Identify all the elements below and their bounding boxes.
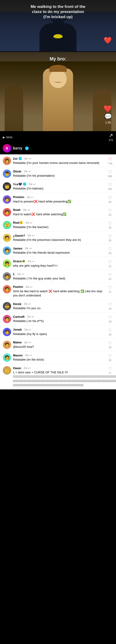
- like-button-top[interactable]: ❤️: [104, 36, 112, 44]
- comment-like-button[interactable]: ♡ 18: [107, 340, 113, 349]
- comment-like-button[interactable]: ♡ 24: [107, 246, 113, 254]
- comment-avatar[interactable]: 👩: [3, 157, 11, 165]
- comment-avatar[interactable]: 🧑: [3, 354, 11, 362]
- comment-item: 🧑 Noah · 2w ↩ Hard to watch❌ hard while …: [0, 206, 116, 218]
- comment-item: 🧑 ¿Gavin? · 2w ↩ Relatable (I'm the pres…: [0, 231, 116, 244]
- comment-like-button[interactable]: ♡ 22: [107, 272, 113, 280]
- comment-like-button[interactable]: ♡ 900: [107, 170, 113, 178]
- comment-time: · 2w: [24, 285, 29, 288]
- comment-like-button[interactable]: ♡ 32: [107, 221, 113, 229]
- comment-header: Noah · 2w ↩: [13, 208, 105, 212]
- comment-like-button[interactable]: ♡ 21: [107, 285, 113, 293]
- comment-avatar[interactable]: 🧑: [3, 315, 11, 323]
- comment-item: 🧑 Preston · 2w ↩ Hard to present❌ Hard w…: [0, 193, 116, 206]
- comment-like-button[interactable]: ♡ 19: [107, 302, 113, 310]
- comment-like-button[interactable]: ♡ 25: [107, 234, 113, 242]
- reply-icon: ↩: [29, 157, 31, 160]
- comment-avatar[interactable]: 👑: [3, 182, 11, 191]
- heart-icon: ♡: [108, 315, 112, 320]
- reply-icon: ↩: [28, 170, 31, 173]
- comment-username[interactable]: CarlosR: [13, 315, 25, 318]
- comment-avatar[interactable]: 🧑: [3, 328, 11, 336]
- video-top[interactable]: Me walking to the front of the class to …: [0, 0, 116, 51]
- comment-avatar[interactable]: 🧑: [3, 285, 11, 294]
- comment-username[interactable]: L: [13, 272, 15, 276]
- comment-text: Relatable (I'm the preschool classroom t…: [13, 238, 105, 242]
- comment-item: 🧑 Mateo · 2w ↩ @bozo25 how? ♡ 18: [0, 338, 116, 351]
- comment-header: Derek · 2w ↩: [13, 302, 105, 306]
- comment-username[interactable]: Ölivёr: [13, 170, 21, 173]
- comment-avatar[interactable]: 👧: [3, 260, 11, 268]
- comment-like-button[interactable]: ♡ 18: [107, 315, 113, 323]
- like-count: 33: [109, 214, 111, 216]
- comment-item: 🧑 Paxton · 2w ↩ Girls be like hard to wa…: [0, 283, 116, 300]
- comment-username[interactable]: Real😲: [13, 221, 23, 224]
- comment-username[interactable]: Noah: [13, 208, 21, 212]
- comment-item: 🧑 Mason · 2w ↩ Relatable (im the brick) …: [0, 351, 116, 364]
- like-button-bottom[interactable]: ❤️: [104, 105, 112, 112]
- comment-username[interactable]: Derek: [13, 302, 21, 306]
- comment-username[interactable]: Paxton: [13, 285, 23, 288]
- comment-username[interactable]: Preston: [13, 195, 24, 199]
- comment-item: 🧑 James · 2w ↩ Relatable (I'm His friend…: [0, 244, 116, 257]
- comment-text: Relatable (my fly is open): [13, 332, 105, 336]
- comment-like-button[interactable]: ♡ 152: [107, 182, 113, 190]
- author-avatar[interactable]: B: [3, 144, 11, 152]
- comment-username[interactable]: Zoi: [13, 157, 18, 160]
- comment-body: Real😲 · 2w ↩ Relatable (I'm the teacher): [13, 221, 105, 229]
- comment-like-button[interactable]: ♡ 16: [107, 354, 113, 362]
- comment-time: · 2w: [25, 315, 31, 318]
- comment-body: ¿Gavin? · 2w ↩ Relatable (I'm the presch…: [13, 234, 105, 242]
- like-count: 22: [109, 278, 111, 280]
- comment-avatar[interactable]: 🧑: [3, 195, 11, 204]
- comment-body: Mason · 2w ↩ Relatable (im the brick): [13, 354, 105, 362]
- comment-like-button[interactable]: ♡ 9: [107, 366, 113, 374]
- comment-body: Derek · 2w ↩ Relatable I'm you co-: [13, 302, 105, 310]
- comment-header: Paxton · 2w ↩: [13, 285, 105, 289]
- comment-text: Relatable (im the brick): [13, 358, 105, 362]
- comment-like-button[interactable]: ♡ 7.9k: [107, 157, 113, 165]
- comment-like-button[interactable]: ♡ 36: [107, 195, 113, 204]
- comment-like-button[interactable]: ♡ 33: [107, 208, 113, 216]
- comment-avatar[interactable]: 🤠: [3, 302, 11, 310]
- like-count: 32: [109, 226, 111, 229]
- play-icon: ▶: [3, 136, 5, 139]
- share-button[interactable]: ↗ 57k: [109, 132, 113, 142]
- comment-username[interactable]: Grace🐢: [13, 260, 25, 263]
- like-count: 24: [109, 252, 111, 254]
- reply-icon: ↩: [29, 247, 32, 250]
- comment-avatar[interactable]: 🧑: [3, 272, 11, 280]
- reply-icon: ↩: [33, 182, 36, 186]
- comment-avatar[interactable]: 👑: [3, 366, 11, 374]
- comment-avatar[interactable]: 👦: [3, 170, 11, 178]
- heart-icon: ♡: [108, 170, 112, 174]
- comment-text: Relatable I'm you co-: [13, 306, 105, 310]
- comment-avatar[interactable]: 🧑: [3, 246, 11, 255]
- comment-time: · 2w: [22, 302, 27, 306]
- comment-avatar[interactable]: 🧑: [3, 340, 11, 349]
- comment-avatar[interactable]: 🧑: [3, 208, 11, 216]
- comment-username[interactable]: ¿Gavin?: [13, 234, 25, 237]
- comment-header: Yce🖤 ✓ · 2w ↩: [13, 182, 105, 186]
- comment-username[interactable]: Jonah: [13, 328, 22, 331]
- heart-icon: ♡: [108, 328, 112, 333]
- video-caption: Me walking to the front of the class to …: [31, 4, 85, 20]
- comment-avatar[interactable]: 🧑: [3, 234, 11, 242]
- like-count: 22: [109, 265, 111, 268]
- comment-username[interactable]: Yce🖤: [13, 182, 22, 186]
- comment-body: CarlosR · 2w ↩ Relatable ( im his d**k): [13, 315, 105, 323]
- comment-button[interactable]: 💬 1.6k: [104, 113, 112, 124]
- comment-verified-badge: ✓: [18, 157, 22, 160]
- comment-username[interactable]: Owen: [13, 366, 21, 370]
- comment-header: Grace🐢 · 2w ↩: [13, 260, 105, 263]
- comment-username[interactable]: Mateo: [13, 340, 22, 344]
- like-count: 7.9k: [108, 162, 113, 165]
- video-bottom[interactable]: My bro: ❤️ 💬 1.6k: [0, 52, 116, 131]
- comment-username[interactable]: Mason: [13, 354, 22, 357]
- comment-avatar[interactable]: 😲: [3, 221, 11, 229]
- comment-like-button[interactable]: ♡ 22: [107, 260, 113, 268]
- comment-body: Yce🖤 ✓ · 2w ↩ Relatable (I'm batman): [13, 182, 105, 191]
- comment-like-button[interactable]: ♡ 18: [107, 328, 113, 336]
- reply-icon: ↩: [32, 234, 35, 237]
- comment-username[interactable]: James: [13, 247, 22, 250]
